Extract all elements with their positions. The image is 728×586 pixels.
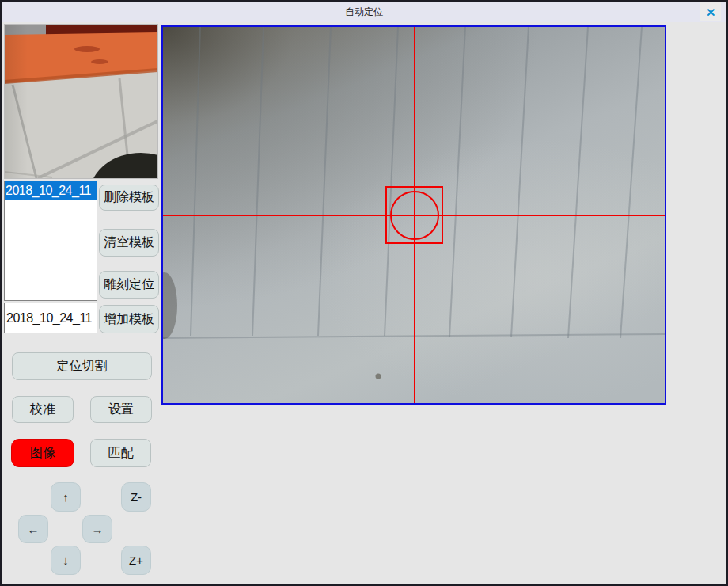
- z-plus-button[interactable]: Z+: [121, 546, 151, 575]
- z-minus-button[interactable]: Z-: [121, 482, 151, 512]
- template-list-item[interactable]: 2018_10_24_11: [5, 181, 97, 200]
- template-name-input[interactable]: [4, 303, 97, 333]
- settings-button[interactable]: 设置: [90, 396, 152, 423]
- calibrate-button[interactable]: 校准: [12, 396, 74, 423]
- template-thumbnail-preview: [4, 24, 158, 179]
- app-window: 自动定位 ✕: [0, 0, 728, 586]
- jog-right-button[interactable]: →: [82, 515, 112, 543]
- thumbnail-image: [5, 25, 157, 178]
- jog-down-button[interactable]: ↓: [51, 546, 81, 575]
- jog-up-button[interactable]: ↑: [51, 482, 81, 512]
- match-region-circle: [390, 191, 439, 240]
- image-button[interactable]: 图像: [11, 439, 74, 467]
- window-title: 自动定位: [345, 6, 383, 19]
- position-cut-button[interactable]: 定位切割: [12, 352, 152, 380]
- close-button[interactable]: ✕: [700, 2, 721, 21]
- close-icon: ✕: [706, 6, 716, 18]
- jog-left-button[interactable]: ←: [18, 515, 48, 543]
- add-template-button[interactable]: 增加模板: [99, 305, 159, 333]
- title-bar: 自动定位 ✕: [2, 2, 726, 22]
- clear-templates-button[interactable]: 清空模板: [99, 229, 159, 257]
- engrave-position-button[interactable]: 雕刻定位: [99, 271, 159, 299]
- template-list[interactable]: 2018_10_24_11: [4, 181, 97, 301]
- delete-template-button[interactable]: 删除模板: [99, 185, 159, 211]
- camera-view: [161, 25, 666, 405]
- match-button[interactable]: 匹配: [90, 439, 151, 467]
